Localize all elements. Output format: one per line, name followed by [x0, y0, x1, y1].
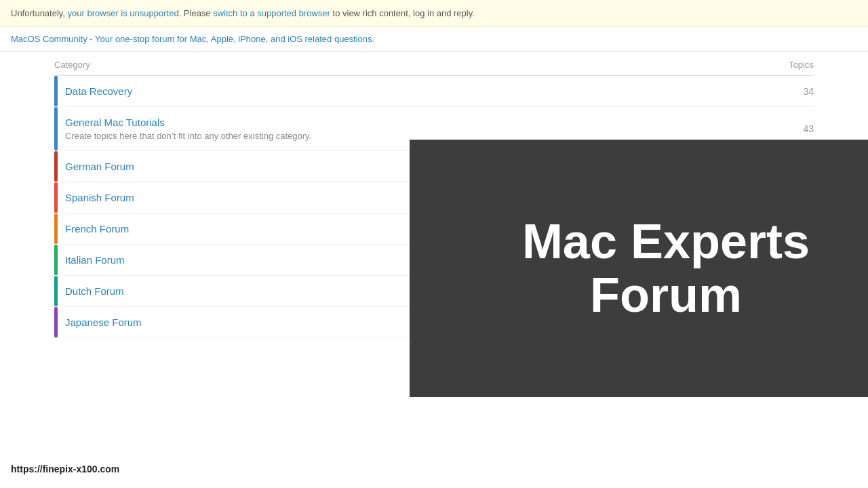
category-link-french-forum[interactable]: French Forum — [65, 223, 129, 235]
category-link-spanish-forum[interactable]: Spanish Forum — [65, 192, 134, 203]
overlay-title-line2: Forum — [590, 268, 742, 322]
topic-count: 43 — [793, 123, 814, 134]
site-link[interactable]: MacOS Community - Your one-stop forum fo… — [0, 27, 868, 52]
category-bar — [54, 307, 58, 338]
table-header: Category Topics — [54, 52, 814, 76]
warning-banner: Unfortunately, your browser is unsupport… — [0, 0, 868, 27]
category-link-japanese-forum[interactable]: Japanese Forum — [65, 317, 142, 328]
unsupported-browser-link[interactable]: your browser is unsupported — [68, 8, 179, 18]
footer-url: https://finepix-x100.com — [11, 464, 119, 474]
category-link-general-mac-tutorials[interactable]: General Mac Tutorials — [65, 117, 165, 128]
category-link-german-forum[interactable]: German Forum — [65, 161, 134, 172]
category-bar — [54, 151, 58, 182]
col-category-header: Category — [54, 60, 90, 70]
warning-middle: . Please — [179, 8, 214, 18]
category-bar — [54, 76, 58, 106]
overlay-title-line1: Mac Experts — [522, 214, 810, 268]
category-bar — [54, 107, 58, 150]
table-row: Data Recovery34 — [65, 76, 814, 107]
topic-count: 34 — [793, 86, 814, 97]
overlay-image: Mac Experts Forum — [410, 140, 868, 397]
warning-prefix: Unfortunately, — [11, 8, 68, 18]
category-link-dutch-forum[interactable]: Dutch Forum — [65, 285, 124, 297]
category-link-italian-forum[interactable]: Italian Forum — [65, 254, 125, 266]
category-bar — [54, 214, 58, 244]
supported-browser-link[interactable]: switch to a supported browser — [213, 8, 330, 18]
col-topics-header: Topics — [789, 60, 814, 70]
category-bar — [54, 276, 58, 306]
main-content: Category Topics Data Recovery34General M… — [0, 52, 868, 338]
category-link-data-recovery[interactable]: Data Recovery — [65, 85, 132, 97]
category-bar — [54, 182, 58, 213]
category-desc: Create topics here that don’t fit into a… — [65, 131, 311, 141]
category-bar — [54, 245, 58, 275]
warning-suffix: to view rich content, log in and reply. — [330, 8, 475, 18]
overlay-title: Mac Experts Forum — [522, 215, 810, 322]
